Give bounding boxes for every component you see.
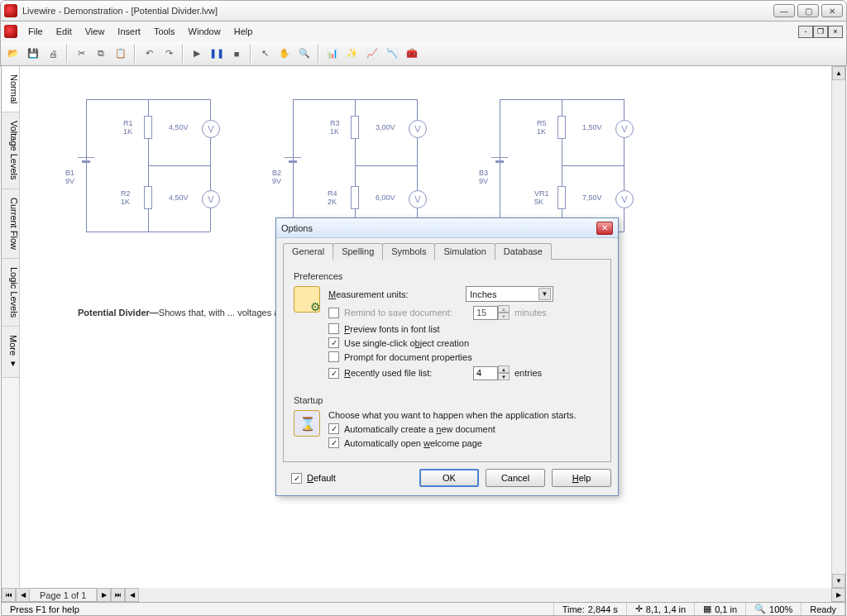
default-checkbox[interactable]: ✓ [291, 473, 302, 484]
remind-label: Remind to save document: [344, 308, 468, 318]
save-icon[interactable]: 💾 [24, 45, 42, 63]
paste-icon[interactable]: 📋 [112, 45, 130, 63]
menu-edit[interactable]: Edit [50, 25, 78, 38]
dialog-titlebar[interactable]: Options ✕ [276, 218, 618, 238]
auto-welcome-label: Automatically open welcome page [344, 438, 482, 448]
grid-icon: ▦ [703, 604, 711, 614]
tab-panel-general: Preferences Measurement units: Inches▼ R… [283, 259, 611, 462]
status-time: Time:2,844 s [554, 603, 627, 615]
auto-new-checkbox[interactable]: ✓ [328, 423, 339, 434]
dialog-close-button[interactable]: ✕ [596, 222, 613, 235]
undo-icon[interactable]: ↶ [140, 45, 158, 63]
toolbar: 📂 💾 🖨 ✂ ⧉ 📋 ↶ ↷ ▶ ❚❚ ■ ↖ ✋ 🔍 📊 ✨ 📈 📉 🧰 [0, 41, 847, 66]
sidetab-normal[interactable]: Normal [2, 66, 19, 112]
page-last-icon[interactable]: ⏭ [111, 588, 125, 602]
play-icon[interactable]: ▶ [188, 45, 206, 63]
mdi-restore-button[interactable]: ❐ [813, 26, 828, 38]
dialog-title: Options [281, 223, 313, 233]
redo-icon[interactable]: ↷ [160, 45, 178, 63]
preview-fonts-checkbox[interactable] [328, 323, 339, 334]
wizard-icon[interactable]: ✨ [343, 45, 361, 63]
auto-welcome-checkbox[interactable]: ✓ [328, 437, 339, 448]
app-icon [4, 4, 17, 17]
preview-fonts-label: Preview fonts in font list [344, 324, 440, 334]
mdi-minimize-button[interactable]: - [798, 26, 813, 38]
page-next-icon[interactable]: ▶ [97, 588, 111, 602]
sidetab-current[interactable]: Current Flow [2, 189, 19, 259]
recent-files-spin[interactable]: ▲▼ [473, 365, 510, 380]
document-icon [4, 25, 17, 38]
dialog-tabs: General Spelling Symbols Simulation Data… [276, 238, 618, 260]
sidetab-more[interactable]: More ▾ [2, 327, 19, 378]
prompt-props-label: Prompt for document properties [344, 352, 472, 362]
zoom-icon[interactable]: 🔍 [295, 45, 313, 63]
chevron-down-icon[interactable]: ▼ [538, 288, 551, 300]
help-button[interactable]: Help [552, 469, 611, 487]
remind-minutes-spin: ▲▼ [473, 305, 510, 320]
startup-desc: Choose what you want to happen when the … [328, 410, 577, 420]
pause-icon[interactable]: ❚❚ [208, 45, 226, 63]
measurement-units-combo[interactable]: Inches▼ [466, 286, 553, 302]
chart-icon[interactable]: 📊 [323, 45, 342, 63]
graph1-icon[interactable]: 📈 [363, 45, 381, 63]
menu-help[interactable]: Help [228, 25, 259, 38]
menu-bar: File Edit View Insert Tools Window Help … [0, 21, 847, 41]
graph2-icon[interactable]: 📉 [383, 45, 401, 63]
pointer-icon[interactable]: ↖ [256, 45, 274, 63]
menu-view[interactable]: View [79, 25, 111, 38]
window-titlebar: Livewire - Demonstration - [Potential Di… [0, 0, 847, 21]
preferences-icon [294, 286, 320, 313]
minimize-button[interactable]: — [773, 4, 795, 17]
sidetab-voltage[interactable]: Voltage Levels [2, 112, 19, 189]
cancel-button[interactable]: Cancel [486, 469, 545, 487]
close-button[interactable]: ✕ [821, 4, 843, 17]
menu-tools[interactable]: Tools [148, 25, 181, 38]
scroll-down-icon[interactable]: ▼ [832, 574, 845, 588]
toolbox-icon[interactable]: 🧰 [403, 45, 421, 63]
status-help: Press F1 for help [2, 603, 554, 615]
options-dialog: Options ✕ General Spelling Symbols Simul… [275, 217, 619, 496]
startup-icon [294, 410, 320, 437]
zoom-icon: 🔍 [754, 604, 766, 614]
auto-new-label: Automatically create a new document [344, 424, 495, 434]
scroll-right-icon[interactable]: ▶ [831, 588, 845, 602]
status-grid: ▦0,1 in [695, 603, 746, 615]
tab-spelling[interactable]: Spelling [333, 243, 383, 260]
scroll-up-icon[interactable]: ▲ [832, 66, 845, 80]
horizontal-scrollbar[interactable]: ◀ ▶ [125, 588, 845, 602]
page-first-icon[interactable]: ⏮ [2, 588, 16, 602]
menu-insert[interactable]: Insert [112, 25, 146, 38]
menu-window[interactable]: Window [183, 25, 227, 38]
circuit-block: B19V R11K R21K V 4,50V V 4,50V [69, 91, 251, 240]
status-ready: Ready [802, 603, 845, 615]
startup-label: Startup [294, 395, 601, 405]
tab-simulation[interactable]: Simulation [434, 243, 495, 260]
scroll-left-icon[interactable]: ◀ [125, 588, 139, 602]
open-icon[interactable]: 📂 [4, 45, 22, 63]
stop-icon[interactable]: ■ [227, 45, 246, 63]
mdi-close-button[interactable]: × [828, 26, 843, 38]
tab-general[interactable]: General [283, 243, 333, 260]
copy-icon[interactable]: ⧉ [92, 45, 110, 63]
tab-symbols[interactable]: Symbols [382, 243, 435, 260]
menu-file[interactable]: File [22, 25, 49, 38]
single-click-checkbox[interactable]: ✓ [328, 337, 339, 348]
sidetab-logic[interactable]: Logic Levels [2, 259, 19, 327]
ok-button[interactable]: OK [419, 469, 479, 487]
maximize-button[interactable]: ▢ [797, 4, 819, 17]
page-indicator: Page 1 of 1 [30, 589, 97, 601]
preferences-label: Preferences [294, 271, 601, 281]
prompt-props-checkbox[interactable] [328, 351, 339, 362]
view-sidebar: Normal Voltage Levels Current Flow Logic… [2, 66, 20, 588]
recent-files-checkbox[interactable]: ✓ [328, 368, 339, 379]
status-bar: Press F1 for help Time:2,844 s ✛8,1, 1,4… [1, 602, 846, 616]
vertical-scrollbar[interactable]: ▲ ▼ [831, 66, 845, 588]
tab-database[interactable]: Database [495, 243, 552, 260]
cut-icon[interactable]: ✂ [72, 45, 90, 63]
print-icon[interactable]: 🖨 [44, 45, 62, 63]
status-coords: ✛8,1, 1,4 in [627, 603, 695, 615]
pan-icon[interactable]: ✋ [275, 45, 294, 63]
pager-row: ⏮ ◀ Page 1 of 1 ▶ ⏭ ◀ ▶ [1, 588, 846, 602]
page-prev-icon[interactable]: ◀ [16, 588, 30, 602]
crosshair-icon: ✛ [635, 604, 643, 614]
